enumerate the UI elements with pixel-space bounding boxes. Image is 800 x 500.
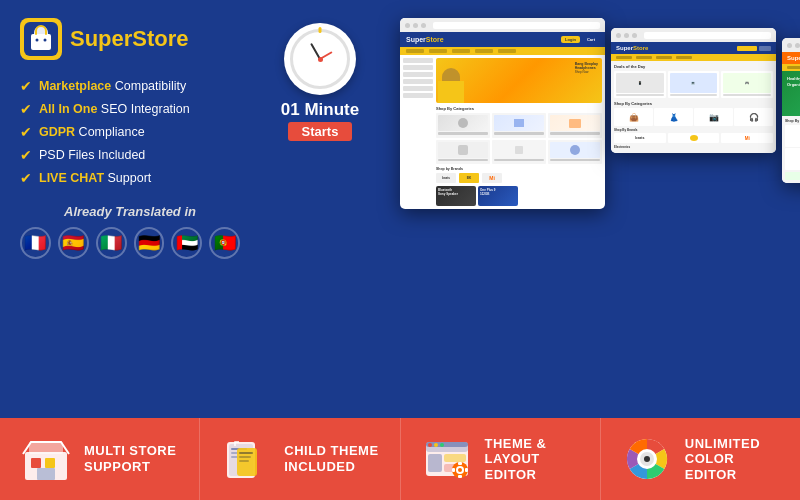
feature-multi-store: MULTI STORE SUPPORT <box>0 418 200 500</box>
child-theme-title-1: CHILD THEME <box>284 443 378 459</box>
translated-label: Already Translated in <box>20 204 240 219</box>
screenshot-1: SuperStore Login Cart <box>400 18 605 209</box>
flags-row: 🇫🇷 🇪🇸 🇮🇹 🇩🇪 🇦🇪 🇵🇹 <box>20 227 240 259</box>
svg-rect-22 <box>426 442 468 447</box>
multi-store-title-1: MULTI STORE <box>84 443 176 459</box>
svg-rect-10 <box>29 442 63 454</box>
svg-rect-2 <box>31 34 51 50</box>
features-list: ✔ Marketplace Compatibility ✔ All In One… <box>20 78 240 186</box>
color-editor-icon-box <box>621 433 673 485</box>
logo-text: SuperStore <box>70 26 189 52</box>
svg-rect-32 <box>458 462 462 465</box>
multi-store-icon <box>21 434 71 484</box>
screenshot-3: SuperStore Healthy NaturalOrganic Foods <box>782 38 800 183</box>
timer-badge: 01 Minute Starts <box>281 23 359 141</box>
svg-rect-19 <box>239 460 249 462</box>
flag-it: 🇮🇹 <box>96 227 127 259</box>
logo-area: SuperStore <box>20 18 240 60</box>
timer-text: 01 Minute Starts <box>281 100 359 141</box>
child-theme-title-2: INCLUDED <box>284 459 378 475</box>
feature-psd: ✔ PSD Files Included <box>20 147 240 163</box>
svg-point-39 <box>644 456 650 462</box>
bottom-bar: MULTI STORE SUPPORT <box>0 418 800 500</box>
child-theme-text: CHILD THEME INCLUDED <box>284 443 378 474</box>
svg-point-28 <box>440 443 444 447</box>
svg-point-31 <box>458 468 462 472</box>
check-icon-2: ✔ <box>20 101 32 117</box>
theme-layout-icon <box>422 434 472 484</box>
svg-rect-6 <box>31 458 41 468</box>
svg-rect-18 <box>239 456 251 458</box>
check-icon-3: ✔ <box>20 124 32 140</box>
theme-layout-icon-box <box>421 433 473 485</box>
timer-starts: Starts <box>288 122 353 141</box>
flag-es: 🇪🇸 <box>58 227 89 259</box>
multi-store-icon-box <box>20 433 72 485</box>
color-editor-icon <box>622 434 672 484</box>
svg-point-26 <box>428 443 432 447</box>
clock-icon <box>284 23 356 95</box>
feature-child-theme: CHILD THEME INCLUDED <box>200 418 400 500</box>
check-icon-4: ✔ <box>20 147 32 163</box>
theme-layout-text: THEME & LAYOUT EDITOR <box>485 436 580 483</box>
feature-marketplace: ✔ Marketplace Compatibility <box>20 78 240 94</box>
check-icon-1: ✔ <box>20 78 32 94</box>
feature-chat: ✔ LIVE CHAT Support <box>20 170 240 186</box>
svg-rect-24 <box>444 454 466 462</box>
flag-de: 🇩🇪 <box>134 227 165 259</box>
main-container: SuperStore ✔ Marketplace Compatibility ✔… <box>0 0 800 500</box>
timer-minutes: 01 Minute <box>281 100 359 120</box>
color-editor-text: UNLIMITED COLOR EDITOR <box>685 436 780 483</box>
check-icon-5: ✔ <box>20 170 32 186</box>
theme-layout-title-1: THEME & LAYOUT <box>485 436 580 467</box>
logo-part2: Store <box>132 26 188 51</box>
svg-rect-34 <box>452 468 455 472</box>
svg-rect-23 <box>428 454 442 472</box>
timer-section: 01 Minute Starts <box>255 18 385 408</box>
svg-point-3 <box>36 39 39 42</box>
translated-section: Already Translated in 🇫🇷 🇪🇸 🇮🇹 🇩🇪 🇦🇪 🇵🇹 <box>20 204 240 259</box>
svg-rect-17 <box>239 452 253 454</box>
svg-point-27 <box>434 443 438 447</box>
multi-store-title-2: SUPPORT <box>84 459 176 475</box>
svg-point-4 <box>44 39 47 42</box>
flag-pt: 🇵🇹 <box>209 227 240 259</box>
svg-rect-7 <box>45 458 55 468</box>
feature-theme-layout: THEME & LAYOUT EDITOR <box>401 418 601 500</box>
svg-rect-33 <box>458 475 462 478</box>
flag-ae: 🇦🇪 <box>171 227 202 259</box>
top-section: SuperStore ✔ Marketplace Compatibility ✔… <box>0 0 800 418</box>
feature-color-editor: UNLIMITED COLOR EDITOR <box>601 418 800 500</box>
child-theme-icon-box <box>220 433 272 485</box>
logo-icon <box>20 18 62 60</box>
child-theme-icon <box>221 434 271 484</box>
color-editor-title-2: COLOR EDITOR <box>685 451 780 482</box>
flag-fr: 🇫🇷 <box>20 227 51 259</box>
screenshot-2: SuperStore <box>611 28 776 153</box>
color-editor-title-1: UNLIMITED <box>685 436 780 452</box>
multi-store-text: MULTI STORE SUPPORT <box>84 443 176 474</box>
feature-gdpr: ✔ GDPR Compliance <box>20 124 240 140</box>
logo-part1: Super <box>70 26 132 51</box>
feature-seo: ✔ All In One SEO Integration <box>20 101 240 117</box>
screenshots-container: SuperStore Login Cart <box>400 18 800 408</box>
theme-layout-title-2: EDITOR <box>485 467 580 483</box>
left-panel: SuperStore ✔ Marketplace Compatibility ✔… <box>20 18 240 408</box>
svg-rect-9 <box>37 468 55 480</box>
screenshots-section: 03+ Layouts SuperStore Log <box>400 18 800 408</box>
svg-rect-35 <box>465 468 468 472</box>
